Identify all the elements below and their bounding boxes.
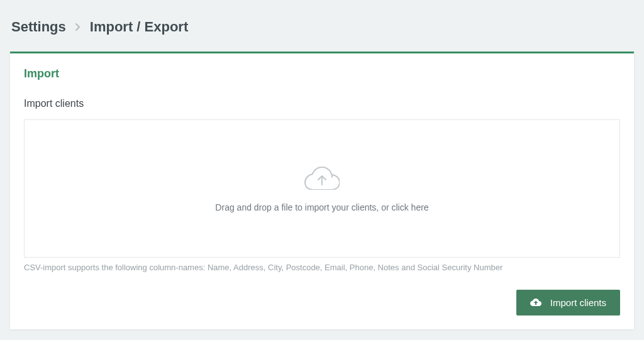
file-dropzone[interactable]: Drag and drop a file to import your clie… bbox=[24, 119, 620, 258]
breadcrumb-root[interactable]: Settings bbox=[11, 19, 66, 35]
breadcrumb-current: Import / Export bbox=[90, 19, 188, 35]
settings-import-export-page: Settings Import / Export Import Import c… bbox=[0, 0, 644, 339]
card-actions: Import clients bbox=[24, 290, 620, 315]
sub-title: Import clients bbox=[24, 98, 620, 109]
import-card: Import Import clients Drag and drop a fi… bbox=[10, 52, 634, 329]
section-title: Import bbox=[24, 67, 620, 80]
csv-hint: CSV-import supports the following column… bbox=[24, 263, 620, 272]
chevron-right-icon bbox=[75, 23, 81, 31]
cloud-upload-icon bbox=[530, 299, 541, 307]
import-clients-button-label: Import clients bbox=[550, 297, 606, 308]
import-clients-button[interactable]: Import clients bbox=[516, 290, 620, 315]
breadcrumb: Settings Import / Export bbox=[10, 19, 634, 35]
dropzone-text: Drag and drop a file to import your clie… bbox=[215, 202, 428, 212]
cloud-upload-icon bbox=[304, 165, 340, 192]
